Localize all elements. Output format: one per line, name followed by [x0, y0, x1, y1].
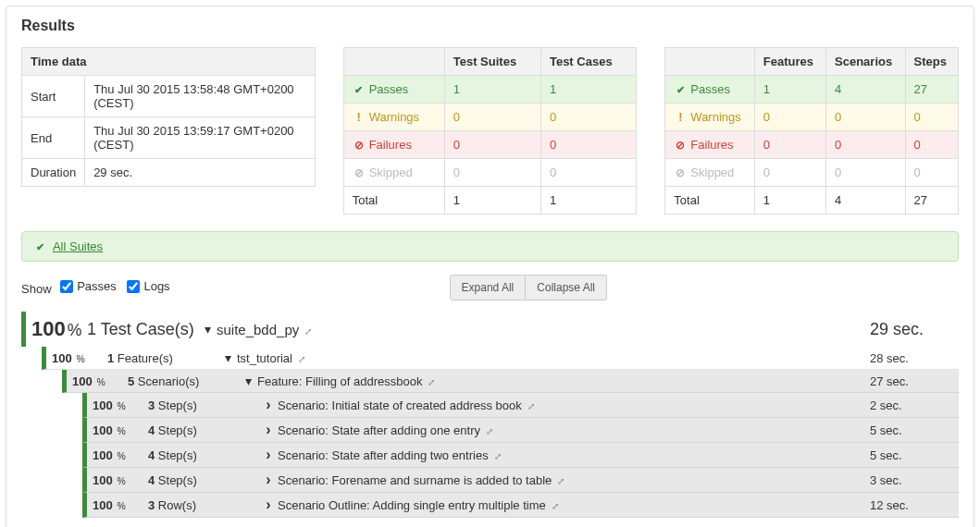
tree-title: Scenario: State after adding two entries: [278, 448, 870, 462]
table-row: Failures000: [665, 131, 959, 159]
warning-icon: [353, 110, 366, 124]
tree-time: 12 sec.: [870, 498, 953, 512]
all-suites-link[interactable]: All Suites: [53, 239, 103, 253]
percent-badge: 100 %: [93, 423, 148, 437]
count-label: 5 Scenario(s): [128, 374, 239, 388]
suites-col: Test SuitesTest Cases Passes11 Warnings0…: [343, 47, 638, 214]
tree-scenario-row[interactable]: 100 %4 Step(s)Scenario: Forename and sur…: [82, 468, 959, 493]
chevron-right-icon[interactable]: [259, 472, 278, 488]
results-tree: 100% 1 Test Case(s) suite_bdd_py 29 sec.…: [21, 312, 959, 518]
tree-scenario-row[interactable]: 100 %3 Step(s)Scenario: Initial state of…: [82, 393, 959, 418]
tree-scenario-row[interactable]: 100 %4 Step(s)Scenario: State after addi…: [82, 443, 959, 468]
percent-badge: 100 %: [93, 498, 148, 512]
features-table: FeaturesScenariosSteps Passes1427 Warnin…: [664, 47, 959, 214]
tree-scenario-row[interactable]: 100 %4 Step(s)Scenario: State after addi…: [82, 418, 959, 443]
all-suites-banner: All Suites: [21, 231, 959, 262]
table-row: Failures00: [343, 131, 637, 159]
zoom-icon[interactable]: [557, 476, 564, 486]
page-title: Results: [21, 18, 959, 34]
features-col: FeaturesScenariosSteps Passes1427 Warnin…: [664, 47, 959, 214]
passes-checkbox[interactable]: [60, 280, 73, 293]
warning-icon: [674, 110, 687, 124]
summary-row: Time data StartThu Jul 30 2015 13:58:48 …: [21, 47, 959, 214]
table-row: Warnings00: [343, 104, 637, 131]
table-row: Skipped00: [343, 159, 637, 187]
chevron-down-icon[interactable]: [198, 322, 217, 337]
tree-time: 5 sec.: [870, 423, 953, 437]
tree-title: Scenario Outline: Adding single entry mu…: [278, 498, 870, 512]
count-label: 1 Test Case(s): [87, 320, 198, 339]
zoom-icon[interactable]: [298, 354, 305, 364]
count-label: 3 Step(s): [148, 398, 259, 412]
chevron-right-icon[interactable]: [259, 496, 278, 513]
tree-time: 2 sec.: [870, 398, 953, 412]
check-icon: [353, 82, 366, 96]
count-label: 4 Step(s): [148, 473, 259, 487]
tree-suite-row[interactable]: 100% 1 Test Case(s) suite_bdd_py 29 sec.: [21, 312, 959, 347]
chevron-right-icon[interactable]: [259, 447, 278, 463]
tree-title: suite_bdd_py: [217, 322, 870, 337]
expand-all-button[interactable]: Expand All: [450, 275, 527, 300]
tree-time: 27 sec.: [870, 374, 953, 388]
table-row: StartThu Jul 30 2015 13:58:48 GMT+0200 (…: [22, 76, 316, 117]
tree-title: Scenario: Initial state of created addre…: [278, 398, 870, 412]
count-label: 4 Step(s): [148, 423, 259, 437]
percent-badge: 100 %: [93, 473, 148, 487]
chevron-down-icon[interactable]: [239, 374, 257, 388]
zoom-icon[interactable]: [428, 377, 435, 387]
table-row: Total1427: [665, 187, 959, 214]
controls-row: Show Passes Logs Expand All Collapse All: [21, 275, 959, 300]
tree-time: 29 sec.: [870, 320, 953, 339]
table-row: Warnings000: [665, 104, 959, 131]
percent-badge: 100 %: [93, 448, 148, 462]
expand-collapse-group: Expand All Collapse All: [450, 275, 607, 300]
tree-title: Scenario: Forename and surname is added …: [278, 473, 870, 487]
check-icon: [674, 82, 687, 96]
percent-badge: 100%: [31, 317, 87, 341]
chevron-right-icon[interactable]: [259, 422, 278, 438]
results-panel: Results Time data StartThu Jul 30 2015 1…: [6, 6, 974, 527]
percent-badge: 100 %: [72, 374, 128, 388]
zoom-icon[interactable]: [486, 426, 493, 436]
count-label: 4 Step(s): [148, 448, 259, 462]
zoom-icon[interactable]: [494, 451, 502, 461]
time-table-header: Time data: [22, 48, 316, 76]
chevron-right-icon[interactable]: [259, 397, 278, 413]
zoom-icon[interactable]: [527, 401, 535, 411]
table-row: Passes1427: [665, 76, 959, 104]
check-icon: [33, 239, 46, 253]
table-row: EndThu Jul 30 2015 13:59:17 GMT+0200 (CE…: [22, 117, 316, 159]
suites-table: Test SuitesTest Cases Passes11 Warnings0…: [343, 47, 638, 214]
zoom-icon[interactable]: [304, 326, 312, 337]
logs-checkbox[interactable]: [127, 280, 140, 293]
failure-icon: [353, 138, 366, 152]
time-data-col: Time data StartThu Jul 30 2015 13:58:48 …: [21, 47, 316, 214]
tree-feature-row[interactable]: 100 % 5 Scenario(s) Feature: Filling of …: [62, 370, 959, 393]
table-row: Passes11: [343, 76, 637, 104]
show-label: Show: [21, 282, 52, 296]
count-label: 1 Feature(s): [107, 351, 218, 365]
tree-title: Feature: Filling of addressbook: [257, 374, 870, 388]
percent-badge: 100 %: [52, 351, 107, 365]
table-row: Total11: [343, 187, 637, 214]
tree-time: 3 sec.: [870, 473, 953, 487]
chevron-down-icon[interactable]: [218, 350, 237, 365]
show-filters: Show Passes Logs: [21, 279, 178, 296]
tree-title: tst_tutorial: [237, 351, 870, 365]
skipped-icon: [353, 165, 366, 179]
skipped-icon: [674, 165, 687, 179]
count-label: 3 Row(s): [148, 498, 259, 512]
tree-scenario-row[interactable]: 100 %3 Row(s)Scenario Outline: Adding si…: [82, 493, 959, 518]
passes-checkbox-label: Passes: [77, 279, 117, 293]
collapse-all-button[interactable]: Collapse All: [526, 275, 607, 300]
tree-testcase-row[interactable]: 100 % 1 Feature(s) tst_tutorial 28 sec.: [42, 347, 959, 370]
failure-icon: [674, 138, 687, 152]
table-row: Duration29 sec.: [22, 159, 316, 187]
logs-checkbox-label: Logs: [143, 279, 169, 293]
zoom-icon[interactable]: [552, 501, 559, 511]
time-table: Time data StartThu Jul 30 2015 13:58:48 …: [21, 47, 316, 187]
tree-time: 5 sec.: [870, 448, 953, 462]
tree-title: Scenario: State after adding one entry: [278, 423, 870, 437]
percent-badge: 100 %: [93, 398, 148, 412]
tree-time: 28 sec.: [870, 351, 953, 365]
